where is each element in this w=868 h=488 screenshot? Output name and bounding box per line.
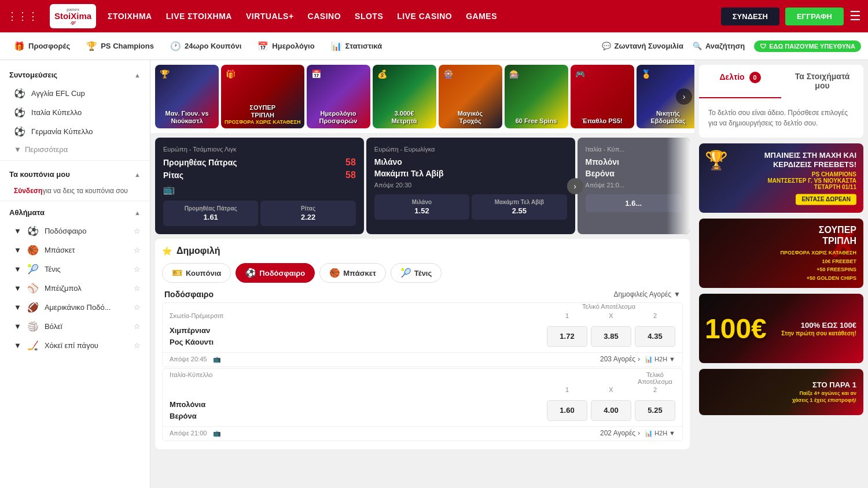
sports-header[interactable]: Αθλήματα ▲: [0, 204, 150, 221]
star-icon[interactable]: ☆: [134, 227, 141, 235]
nav-stoixima[interactable]: ΣΤΟΙΧΗΜΑ: [108, 12, 152, 21]
nav-casino[interactable]: CASINO: [308, 12, 341, 21]
promo-card-calendar[interactable]: 📅 ΗμερολόγιοΠροσφορών: [307, 65, 370, 128]
promo-banner-100[interactable]: 100% ΕΩΣ 100€ Στην πρώτη σου κατάθεση! 1…: [699, 294, 863, 363]
stats-nav-item[interactable]: 📊 Στατιστικά: [324, 38, 389, 55]
promo-cards-next-button[interactable]: ›: [676, 88, 692, 105]
sidebar-item-football[interactable]: ▼ ⚽ Ποδόσφαιρο ☆: [0, 221, 150, 241]
money-icon: 💰: [377, 69, 387, 79]
promo-card-cash[interactable]: 💰 3.000€Μετρητά: [373, 65, 436, 128]
betslip-tab-my-bets[interactable]: Τα Στοιχήματά μου: [781, 65, 863, 98]
sidebar-item-tennis[interactable]: ▼ 🎾 Τένις ☆: [0, 260, 150, 279]
responsible-badge[interactable]: 🛡 ΕΔΩ ΠΑΙΖΟΥΜΕ ΥΠΕΥΘΥΝΑ: [754, 40, 861, 52]
match-row-1: Τελικό Αποτέλεσμα Σκωτία-Πρέμιερσιπ 1 X …: [162, 302, 683, 367]
nav-virtuals[interactable]: VIRTUALS+: [246, 12, 294, 21]
promo-card-ps5[interactable]: 🎮 Έπαθλο PS5!: [571, 65, 634, 128]
betslip-tab-main[interactable]: Δελτίο 0: [699, 65, 781, 98]
promo-card-freespins[interactable]: 🎰 60 Free Spins: [505, 65, 568, 128]
sidebar-item-volleyball[interactable]: ▼ 🏐 Βόλεϊ ☆: [0, 317, 150, 336]
star-icon-2[interactable]: ☆: [134, 246, 141, 254]
tab-football[interactable]: ⚽ Ποδόσφαιρο: [236, 263, 315, 283]
team1-name-2: Μιλάνο: [374, 157, 402, 167]
chevron-down-icon-3: ▼: [14, 246, 21, 254]
match-league-label-1: Σκωτία-Πρέμιερσιπ: [170, 312, 285, 319]
sidebar-item-basketball[interactable]: ▼ 🏀 Μπάσκετ ☆: [0, 241, 150, 260]
hamburger-icon[interactable]: ☰: [849, 9, 861, 24]
sidebar-item-england-efl[interactable]: ⚽ Αγγλία EFL Cup: [0, 84, 150, 103]
my-coupons-header[interactable]: Τα κουπόνια μου ▲: [0, 165, 150, 183]
hockey-icon: 🏒: [27, 340, 39, 351]
oddX-btn-match1[interactable]: 3.85: [591, 326, 631, 347]
sidebar-item-germany-cup[interactable]: ⚽ Γερμανία Κύπελλο: [0, 122, 150, 141]
sidebar-item-italy-cup[interactable]: ⚽ Ιταλία Κύπελλο: [0, 103, 150, 122]
oddX-btn-match2[interactable]: 4.00: [591, 400, 631, 421]
odd-team1-btn-2[interactable]: Μιλάνο 1.52: [374, 194, 469, 220]
odd-team1-btn-1[interactable]: Προμηθέας Πάτρας 1.61: [163, 201, 258, 226]
secondary-nav-right: 💬 Ζωντανή Συνομιλία 🔍 Αναζήτηση 🛡 ΕΔΩ ΠΑ…: [602, 40, 861, 52]
wheel-icon: 🎡: [443, 69, 453, 79]
odd2-btn-match2[interactable]: 5.25: [635, 400, 675, 421]
tv-icon-small: 📺: [213, 356, 221, 363]
chevron-down-icon-7: ▼: [14, 322, 21, 331]
secondary-navigation: 🎁 Προσφορές 🏆 PS Champions 🕐 24ωρο Κουπό…: [0, 32, 868, 60]
match-footer-1: Απόψε 20:45 📺 203 Αγορές › 📊 H2H ▼: [163, 352, 682, 367]
star-icon-6[interactable]: ☆: [134, 322, 141, 331]
promo-banner-freebets-text: ΜΠΑΙΝΕΙΣ ΣΤΗ ΜΑΧΗ ΚΑΙΚΕΡΔΙΖΕΙΣ FREEBETS!…: [764, 151, 856, 205]
star-icon-7[interactable]: ☆: [134, 341, 141, 350]
more-markets-btn-1[interactable]: 203 Αγορές ›: [600, 355, 640, 363]
shortcuts-header[interactable]: Συντομεύσεις ▲: [0, 66, 150, 84]
promo-card-super-tripla[interactable]: 🎁 ΣΟΥΠΕΡΤΡΙΠΛΗ ΠΡΟΣΦΟΡΑ ΧΩΡΙΣ ΚΑΤΑΘΕΣΗ: [221, 65, 304, 128]
nav-games[interactable]: GAMES: [466, 12, 497, 21]
login-button[interactable]: ΣΥΝΔΕΣΗ: [721, 8, 779, 25]
odd-team2-btn-1[interactable]: Ρίτας 2.22: [260, 201, 355, 226]
odd1-btn-match1[interactable]: 1.72: [547, 326, 587, 347]
live-matches-next-button[interactable]: ›: [567, 178, 583, 194]
search-button[interactable]: 🔍 Αναζήτηση: [693, 42, 745, 50]
team2-name-3: Βερόνα: [586, 169, 615, 178]
coupon-24h-nav-item[interactable]: 🕐 24ωρο Κουπόνι: [163, 38, 248, 55]
football-icon-2: ⚽: [14, 107, 25, 118]
match-league-label-2: Ιταλία-Κύπελλο: [170, 371, 285, 378]
promo-banner-supertripla[interactable]: ✗ ΣΟΥΠΕΡΤΡΙΠΛΗ ΠΡΟΣΦΟΡΑ ΧΩΡΙΣ ΚΑΤΑΘΕΣΗ10…: [699, 219, 863, 288]
nav-slots[interactable]: SLOTS: [355, 12, 383, 21]
chart-icon-2: 📊: [645, 430, 653, 437]
h2h-btn-1[interactable]: 📊 H2H ▼: [645, 356, 675, 363]
ps-champions-nav-item[interactable]: 🏆 PS Champions: [79, 38, 161, 55]
nav-live-stoixima[interactable]: LIVE ΣΤΟΙΧΗΜΑ: [166, 12, 232, 21]
promo-banner-para1[interactable]: ΣΤΟ ΠΑΡΑ 1 Παίξε 4+ αγώνες και ανχάσεις …: [699, 369, 863, 415]
tab-tennis[interactable]: 🎾 Τένις: [391, 263, 442, 283]
basketball-tab-icon: 🏀: [329, 268, 340, 278]
nav-live-casino[interactable]: LIVE CASINO: [397, 12, 452, 21]
logo[interactable]: pames StoiXima .gr: [50, 4, 96, 28]
promo-card-ps-champions[interactable]: 🏆 Μαν. Γιουν. vsΝιούκαστλ: [155, 65, 219, 128]
chat-button[interactable]: 💬 Ζωντανή Συνομιλία: [602, 42, 683, 50]
offers-nav-item[interactable]: 🎁 Προσφορές: [7, 38, 77, 55]
star-icon-3[interactable]: ☆: [134, 265, 141, 273]
sidebar-item-hockey[interactable]: ▼ 🏒 Χόκεϊ επί πάγου ☆: [0, 336, 150, 355]
match-time-2: Απόψε 20:30: [374, 182, 567, 188]
star-icon-4[interactable]: ☆: [134, 284, 141, 293]
popular-markets-button[interactable]: Δημοφιλείς Αγορές ▼: [613, 290, 681, 298]
sidebar-item-american-football[interactable]: ▼ 🏈 Αμερικάνικο Ποδό... ☆: [0, 298, 150, 317]
h2h-btn-2[interactable]: 📊 H2H ▼: [645, 430, 675, 437]
tab-coupon[interactable]: 🎫 Κουπόνια: [162, 263, 231, 283]
chevron-down-icon-2: ▼: [14, 227, 21, 235]
more-button[interactable]: ▼ Περισσότερα: [0, 141, 150, 158]
odd-team2-btn-2[interactable]: Μακάμπι Τελ Αβίβ 2.55: [472, 194, 567, 220]
promo-banner-freebets[interactable]: ΜΠΑΙΝΕΙΣ ΣΤΗ ΜΑΧΗ ΚΑΙΚΕΡΔΙΖΕΙΣ FREEBETS!…: [699, 143, 863, 213]
sidebar-item-baseball[interactable]: ▼ ⚾ Μπέιζμπολ ☆: [0, 279, 150, 298]
odd2-btn-match1[interactable]: 4.35: [635, 326, 675, 347]
more-markets-btn-2[interactable]: 202 Αγορές ›: [600, 429, 640, 437]
register-button[interactable]: ΕΓΓΡΑΦΗ: [785, 8, 844, 25]
gift-icon: 🎁: [14, 41, 25, 51]
tab-basketball[interactable]: 🏀 Μπάσκετ: [319, 263, 386, 283]
enter-free-button[interactable]: ΕΝΤΑΣΕ ΔΩΡΕΑΝ: [796, 194, 856, 205]
match-footer-2: Απόψε 21:00 📺 202 Αγορές › 📊 H2H ▼: [163, 426, 682, 441]
promo-card-wheel[interactable]: 🎡 ΜαγικόςΤροχός: [439, 65, 502, 128]
coupon-login-link[interactable]: Σύνδεση: [14, 187, 42, 195]
star-icon-5[interactable]: ☆: [134, 303, 141, 312]
match-odds-row-1: Προμηθέας Πάτρας 1.61 Ρίτας 2.22: [163, 201, 356, 226]
calendar-nav-item[interactable]: 📅 Ημερολόγιο: [251, 38, 321, 55]
grid-icon[interactable]: ⋮⋮⋮: [7, 10, 38, 23]
odd1-btn-match2[interactable]: 1.60: [547, 400, 587, 421]
